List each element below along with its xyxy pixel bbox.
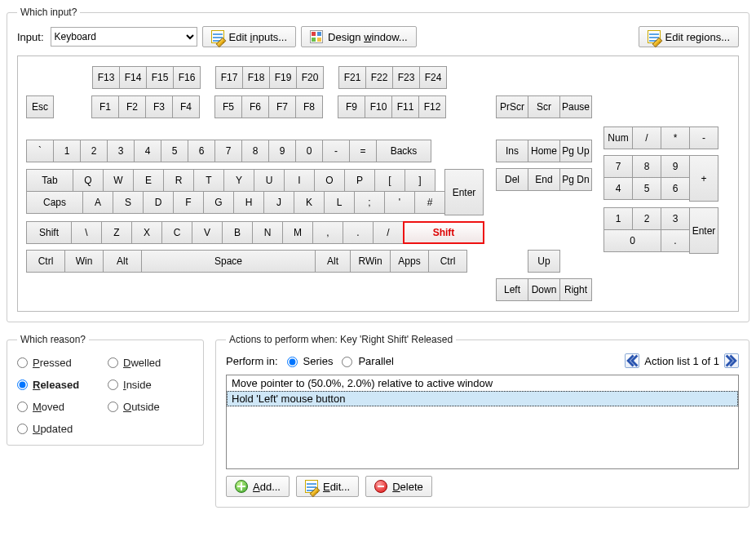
reason-outside[interactable]: Outside <box>108 401 193 413</box>
key-home[interactable]: Home <box>528 140 560 162</box>
key-s[interactable]: S <box>113 191 144 214</box>
prev-action-list-button[interactable] <box>625 353 639 368</box>
key-j[interactable]: J <box>263 191 294 214</box>
key-[interactable]: . <box>343 221 374 244</box>
key-3[interactable]: 3 <box>107 140 135 162</box>
key-h[interactable]: H <box>233 191 264 214</box>
action-item[interactable]: Move pointer to (50.0%, 2.0%) relative t… <box>227 375 738 391</box>
action-item[interactable]: Hold 'Left' mouse button <box>227 391 738 406</box>
next-action-list-button[interactable] <box>724 353 739 368</box>
key-f4[interactable]: F4 <box>172 95 200 118</box>
key-[interactable]: ' <box>384 191 415 214</box>
key-pause[interactable]: Pause <box>559 95 592 118</box>
key-enter[interactable]: Enter <box>444 169 484 215</box>
key-del[interactable]: Del <box>496 168 528 191</box>
key-alt[interactable]: Alt <box>315 250 351 273</box>
key-f2[interactable]: F2 <box>118 95 146 118</box>
key-[interactable]: / <box>632 126 661 149</box>
key-f6[interactable]: F6 <box>241 95 269 118</box>
key-[interactable]: ; <box>354 191 385 214</box>
key-[interactable]: - <box>322 140 350 162</box>
key-e[interactable]: E <box>133 169 164 192</box>
key-y[interactable]: Y <box>223 169 254 192</box>
key-k[interactable]: K <box>294 191 325 214</box>
key-f21[interactable]: F21 <box>338 66 366 89</box>
reason-dwelled-radio[interactable] <box>108 357 118 368</box>
key-w[interactable]: W <box>103 169 134 192</box>
action-list[interactable]: Move pointer to (50.0%, 2.0%) relative t… <box>226 375 739 469</box>
key-[interactable]: = <box>349 140 377 162</box>
key-f10[interactable]: F10 <box>365 95 392 118</box>
key-f11[interactable]: F11 <box>391 95 419 118</box>
key-i[interactable]: I <box>284 169 315 192</box>
reason-moved-radio[interactable] <box>17 402 28 412</box>
key-[interactable]: / <box>373 221 404 244</box>
perform-parallel-radio[interactable] <box>342 357 352 367</box>
key-d[interactable]: D <box>143 191 174 214</box>
key-f16[interactable]: F16 <box>173 66 201 89</box>
key-space[interactable]: Space <box>141 250 316 273</box>
key-end[interactable]: End <box>528 168 560 191</box>
key-[interactable]: * <box>661 126 690 149</box>
delete-action-button[interactable]: Delete <box>365 476 432 497</box>
key-f22[interactable]: F22 <box>365 66 393 89</box>
key-rwin[interactable]: RWin <box>350 250 391 273</box>
key-ctrl[interactable]: Ctrl <box>26 250 65 273</box>
key-prscr[interactable]: PrScr <box>496 95 528 118</box>
reason-released-radio[interactable] <box>17 379 28 390</box>
input-select[interactable]: Keyboard <box>51 27 197 47</box>
key-0[interactable]: 0 <box>295 140 323 162</box>
key-tab[interactable]: Tab <box>26 169 73 192</box>
key-f15[interactable]: F15 <box>146 66 174 89</box>
edit-inputs-button[interactable]: Edit inputs... <box>202 26 297 47</box>
key-caps[interactable]: Caps <box>26 191 83 214</box>
key-u[interactable]: U <box>254 169 285 192</box>
key-backs[interactable]: Backs <box>376 140 431 162</box>
key-apps[interactable]: Apps <box>390 250 429 273</box>
key-n[interactable]: N <box>252 221 283 244</box>
reason-pressed[interactable]: Pressed <box>17 357 103 369</box>
key-f14[interactable]: F14 <box>119 66 147 89</box>
key-[interactable]: [ <box>374 169 405 192</box>
key-[interactable]: # <box>414 191 445 214</box>
key-f23[interactable]: F23 <box>392 66 420 89</box>
key-[interactable]: + <box>689 155 718 202</box>
key-0[interactable]: 0 <box>603 229 661 252</box>
key-f7[interactable]: F7 <box>268 95 296 118</box>
key-shift[interactable]: Shift <box>403 221 484 244</box>
key-right[interactable]: Right <box>559 278 592 301</box>
key-f1[interactable]: F1 <box>91 95 119 118</box>
key-scr[interactable]: Scr <box>528 95 560 118</box>
edit-regions-button[interactable]: Edit regions... <box>639 26 740 47</box>
key-f[interactable]: F <box>173 191 204 214</box>
key-m[interactable]: M <box>282 221 313 244</box>
reason-released[interactable]: Released <box>17 379 103 391</box>
key-f12[interactable]: F12 <box>418 95 446 118</box>
key-alt[interactable]: Alt <box>103 250 142 273</box>
reason-updated[interactable]: Updated <box>17 423 103 435</box>
key-f20[interactable]: F20 <box>296 66 324 89</box>
key-2[interactable]: 2 <box>632 207 661 230</box>
design-window-button[interactable]: Design window... <box>301 26 417 47</box>
add-action-button[interactable]: Add... <box>226 476 290 497</box>
reason-updated-radio[interactable] <box>17 424 28 434</box>
reason-pressed-radio[interactable] <box>17 357 28 368</box>
key-pg-up[interactable]: Pg Up <box>559 140 592 162</box>
key-6[interactable]: 6 <box>188 140 215 162</box>
key-8[interactable]: 8 <box>632 155 661 178</box>
key-6[interactable]: 6 <box>661 177 690 200</box>
key-1[interactable]: 1 <box>53 140 81 162</box>
key-1[interactable]: 1 <box>603 207 633 230</box>
perform-parallel-option[interactable]: Parallel <box>338 354 393 367</box>
key-pg-dn[interactable]: Pg Dn <box>559 168 592 191</box>
key-l[interactable]: L <box>324 191 355 214</box>
key-[interactable]: \ <box>71 221 102 244</box>
reason-outside-radio[interactable] <box>108 402 118 412</box>
key-win[interactable]: Win <box>64 250 104 273</box>
key-[interactable]: ` <box>26 140 54 162</box>
perform-series-radio[interactable] <box>287 357 298 367</box>
key-c[interactable]: C <box>161 221 192 244</box>
key-4[interactable]: 4 <box>134 140 161 162</box>
key-z[interactable]: Z <box>101 221 132 244</box>
key-f18[interactable]: F18 <box>242 66 270 89</box>
